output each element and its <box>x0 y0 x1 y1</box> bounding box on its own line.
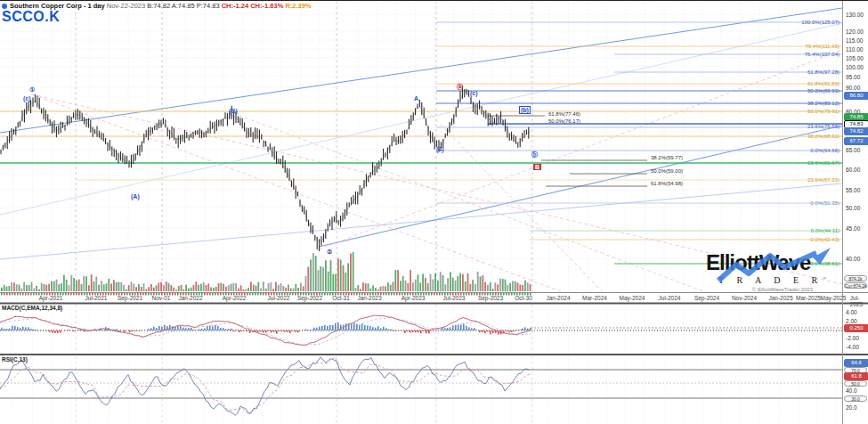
volume-badge: 874.2k <box>844 275 867 281</box>
macd-axis-tick: 2.00 <box>846 318 857 324</box>
price-axis-tick: 60.00 <box>846 167 860 173</box>
price-badge: 86.80 <box>844 92 868 100</box>
rsi-axis-oval: 30.0 <box>844 395 867 402</box>
rsi-value-badge: 61.8 <box>844 372 868 380</box>
ticker-symbol: SCCO.K <box>2 10 312 23</box>
price-chart-pane[interactable] <box>0 1 842 292</box>
macd-axis-tick: -2.00 <box>846 335 859 341</box>
quote-header: Southern Copper Corp - 1 day Nov-22-2023… <box>2 2 312 23</box>
price-axis-tick: 50.00 <box>846 205 860 211</box>
price-axis-tick: 95.00 <box>846 74 860 80</box>
price-axis[interactable]: 130.00120.00115.00110.00105.00100.0095.0… <box>842 1 868 424</box>
price-axis-tick: 45.00 <box>846 225 860 232</box>
quote-bid: B:74.82 <box>147 2 170 10</box>
quote-date: Nov-22-2023 <box>107 2 145 10</box>
price-axis-tick: 55.00 <box>846 187 860 193</box>
macd-indicator-label: MACD(C,EMA,12,34,8) <box>2 305 62 311</box>
rsi-indicator-label: RSI(C,13) <box>2 356 28 363</box>
price-axis-tick: 130.00 <box>846 12 864 18</box>
rsi-value-badge: 64.6 <box>844 359 868 367</box>
macd-pane[interactable] <box>0 304 842 354</box>
quote-change-pct: CH:-1.63% <box>250 2 283 10</box>
price-axis-tick: 90.00 <box>846 85 860 91</box>
price-axis-tick: 65.00 <box>846 147 860 153</box>
macd-value-badge: 0.250 <box>844 324 868 332</box>
macd-axis-tick: -4.00 <box>846 344 859 350</box>
price-badge: 74.82 <box>844 127 868 135</box>
price-axis-tick: 100.00 <box>846 64 864 70</box>
price-axis-tick: 105.00 <box>846 55 864 61</box>
quote-last: P:74.83 <box>197 2 220 10</box>
trading-chart-window: Southern Copper Corp - 1 day Nov-22-2023… <box>0 0 868 424</box>
quote-ask: A:74.85 <box>172 2 195 10</box>
date-axis[interactable] <box>0 292 868 304</box>
rsi-axis-oval: 50.0 <box>844 380 867 387</box>
price-badge: 67.72 <box>844 137 868 145</box>
volume-badge: Cur:874.2k <box>844 282 867 289</box>
price-axis-tick: 115.00 <box>846 37 863 44</box>
quote-range: R:2.39% <box>285 2 311 10</box>
quote-change: CH:-1.24 <box>222 2 248 10</box>
price-axis-tick: 120.00 <box>846 29 864 35</box>
macd-axis-tick: 4.00 <box>846 309 857 315</box>
price-axis-tick: 40.00 <box>846 256 860 262</box>
rsi-axis-tick: 20.0 <box>846 404 857 411</box>
rsi-pane[interactable] <box>0 355 842 424</box>
price-axis-tick: 110.00 <box>846 46 863 53</box>
rsi-axis-tick: 40.0 <box>846 387 857 394</box>
